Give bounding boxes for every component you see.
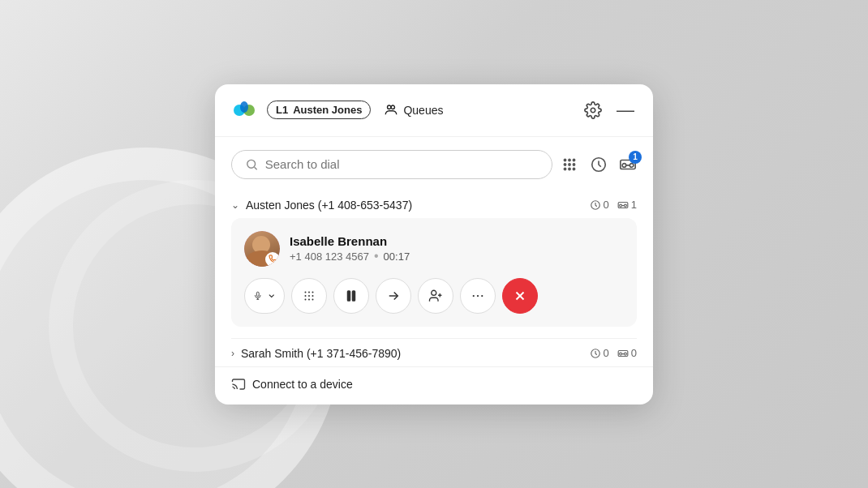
caller-number: +1 408 123 4567: [290, 250, 369, 263]
svg-point-46: [481, 294, 483, 296]
line2-stats: 0 0: [590, 347, 637, 359]
search-area: 1: [215, 137, 653, 190]
microphone-icon: [253, 289, 263, 303]
line1-history-stat: 0: [590, 199, 609, 211]
line1-stats: 0 1: [590, 199, 637, 211]
svg-point-44: [473, 294, 475, 296]
phone-icon: [269, 255, 277, 263]
webex-logo: [231, 97, 257, 123]
svg-rect-38: [348, 291, 350, 301]
agent-level: L1: [276, 104, 288, 116]
action-buttons: [244, 278, 624, 314]
dialpad-button[interactable]: [291, 278, 327, 314]
svg-point-29: [305, 291, 307, 293]
chevron-down-icon: [267, 289, 277, 303]
transfer-button[interactable]: [376, 278, 411, 314]
agent-name: Austen Jones: [293, 104, 362, 116]
voicemail-icon-button[interactable]: 1: [619, 156, 637, 173]
clock-small-icon: [590, 199, 601, 211]
header: L1 Austen Jones Queues —: [215, 84, 653, 137]
gear-icon: [584, 101, 602, 119]
pause-icon: [344, 289, 359, 303]
line2-voicemail-stat: 0: [617, 347, 637, 359]
line2-section: › Sarah Smith (+1 371-456-7890) 0 0: [215, 339, 653, 366]
history-icon-button[interactable]: [590, 156, 608, 173]
svg-point-30: [308, 291, 310, 293]
dialpad-icon: [561, 156, 578, 173]
svg-point-45: [477, 294, 479, 296]
svg-point-14: [569, 168, 570, 169]
add-call-button[interactable]: [418, 278, 453, 314]
voicemail-small-icon2: [617, 348, 629, 359]
svg-point-8: [569, 159, 570, 161]
svg-point-7: [564, 159, 565, 161]
search-icon: [245, 157, 259, 172]
line2-history-stat: 0: [590, 347, 609, 359]
svg-point-15: [573, 168, 574, 169]
svg-point-10: [564, 163, 565, 165]
voicemail-badge: 1: [629, 151, 642, 164]
svg-point-9: [573, 159, 574, 161]
caller-number-time: +1 408 123 4567 • 00:17: [290, 250, 410, 263]
add-person-icon: [428, 289, 443, 303]
voicemail-small-icon: [617, 199, 629, 211]
dialpad-btn-icon: [302, 289, 316, 303]
dialpad-icon-button[interactable]: [561, 156, 578, 173]
svg-point-41: [432, 290, 436, 295]
svg-point-35: [305, 298, 307, 300]
line1-name: Austen Jones (+1 408-653-5437): [246, 199, 585, 212]
settings-button[interactable]: [582, 99, 604, 122]
line1-voicemail-stat: 1: [617, 199, 637, 211]
svg-point-33: [308, 295, 310, 297]
mute-button[interactable]: [244, 278, 285, 314]
svg-point-2: [240, 101, 248, 113]
svg-point-24: [624, 204, 626, 207]
clock-icon: [590, 156, 608, 173]
line2-chevron: ›: [231, 348, 234, 359]
svg-point-13: [564, 168, 565, 169]
svg-point-23: [619, 204, 621, 207]
hold-button[interactable]: [333, 278, 369, 314]
line2-name: Sarah Smith (+1 371-456-7890): [241, 347, 585, 360]
svg-point-32: [305, 295, 307, 297]
search-icons: 1: [561, 156, 637, 173]
svg-point-37: [312, 298, 314, 300]
end-call-button[interactable]: [502, 278, 538, 314]
more-button[interactable]: [460, 278, 496, 314]
queues-button[interactable]: Queues: [384, 103, 443, 118]
main-panel: L1 Austen Jones Queues —: [215, 84, 653, 405]
line2-header[interactable]: › Sarah Smith (+1 371-456-7890) 0 0: [231, 339, 637, 366]
avatar: [244, 231, 280, 267]
svg-rect-26: [256, 292, 259, 296]
line1-header[interactable]: ⌄ Austen Jones (+1 408-653-5437) 0 1: [231, 190, 637, 218]
phone-badge: [265, 252, 280, 267]
svg-point-11: [569, 163, 570, 165]
svg-rect-39: [353, 291, 355, 301]
search-input[interactable]: [265, 157, 539, 171]
footer[interactable]: Connect to a device: [215, 366, 653, 405]
svg-point-4: [391, 105, 395, 109]
active-call-card: Isabelle Brennan +1 408 123 4567 • 00:17: [231, 218, 637, 327]
svg-point-6: [247, 160, 256, 168]
line1-chevron: ⌄: [231, 199, 239, 211]
svg-point-12: [573, 163, 574, 165]
footer-label: Connect to a device: [252, 378, 353, 391]
separator-dot: •: [374, 250, 379, 263]
svg-point-31: [312, 291, 314, 293]
cast-icon: [231, 377, 246, 392]
svg-point-18: [622, 163, 626, 167]
transfer-icon: [386, 289, 401, 303]
close-icon: [513, 289, 527, 303]
search-box[interactable]: [231, 150, 552, 179]
minimize-button[interactable]: —: [614, 99, 637, 122]
svg-point-52: [624, 353, 626, 355]
caller-details: Isabelle Brennan +1 408 123 4567 • 00:17: [290, 234, 410, 263]
svg-point-5: [591, 108, 595, 113]
call-timer: 00:17: [384, 250, 410, 263]
agent-badge: L1 Austen Jones: [267, 101, 371, 119]
clock-small-icon2: [590, 348, 601, 359]
queues-icon: [384, 103, 398, 118]
ellipsis-icon: [471, 289, 485, 303]
svg-point-19: [630, 163, 634, 167]
line1-section: ⌄ Austen Jones (+1 408-653-5437) 0 1: [215, 190, 653, 327]
